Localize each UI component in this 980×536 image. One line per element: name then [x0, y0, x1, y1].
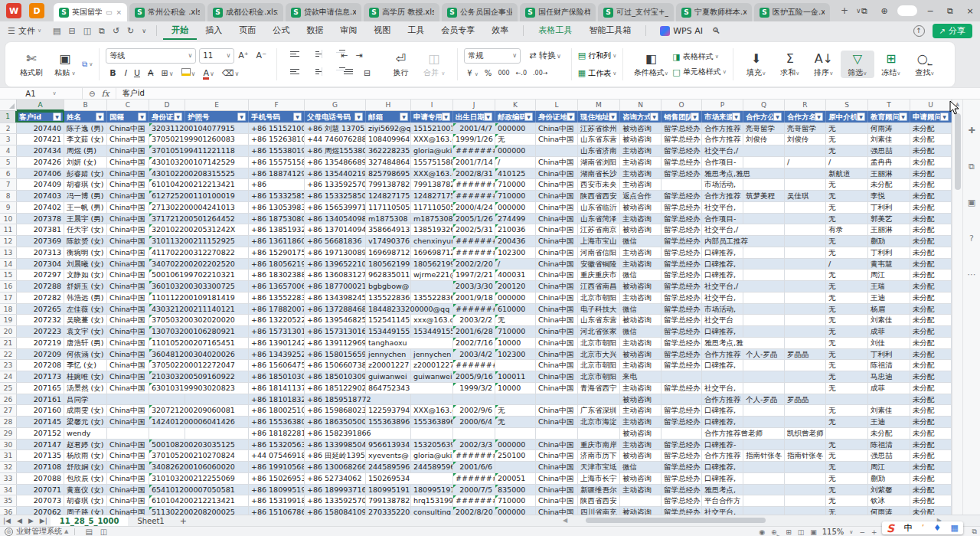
- cell-N29[interactable]: 被动咨询: [620, 428, 662, 439]
- cell-S18[interactable]: 无: [826, 304, 868, 315]
- cell-A20[interactable]: 207223: [17, 326, 64, 337]
- cell-R24[interactable]: [785, 371, 826, 382]
- cell-I31[interactable]: gloria@uki: [411, 450, 453, 461]
- filter-dropdown-icon[interactable]: ▼: [293, 113, 302, 121]
- cell-R29[interactable]: 凯织曾老师: [785, 428, 826, 439]
- cell-K19[interactable]: 无: [495, 315, 536, 325]
- cell-I13[interactable]: 169698712: [411, 247, 453, 258]
- cell-A27[interactable]: 207160: [17, 405, 64, 416]
- menu-data[interactable]: 数据: [298, 21, 332, 40]
- document-tab[interactable]: S国任财产保险样本.xlsx: [520, 3, 596, 21]
- name-box[interactable]: A1∨: [0, 87, 83, 100]
- ime-punct-icon[interactable]: ’: [922, 523, 925, 533]
- cell-L31[interactable]: China中国: [536, 450, 578, 461]
- cell-I20[interactable]: 153449155: [411, 326, 453, 337]
- cell-U6[interactable]: 未分配: [910, 168, 952, 179]
- cell-C15[interactable]: China中国: [107, 270, 149, 280]
- column-header-H[interactable]: H: [366, 100, 411, 111]
- cell-S31[interactable]: 无: [826, 450, 868, 461]
- cell-H17[interactable]: 135522836: [366, 293, 411, 303]
- header-cell-N1[interactable]: 咨询方式▼: [620, 111, 662, 123]
- row-header-33[interactable]: 33: [0, 473, 17, 484]
- cell-R12[interactable]: [785, 236, 826, 247]
- cell-A24[interactable]: 207173: [17, 371, 64, 382]
- cell-R7[interactable]: [785, 179, 826, 190]
- column-header-A[interactable]: A: [17, 100, 64, 111]
- convert-button[interactable]: ⇄ 转换∨: [525, 48, 565, 64]
- cell-D6[interactable]: 430102200208315525: [149, 168, 185, 179]
- cell-L9[interactable]: China中国: [536, 202, 578, 213]
- cell-G11[interactable]: +86 1370140948: [305, 224, 366, 235]
- cell-Q33[interactable]: [743, 473, 785, 484]
- cell-A18[interactable]: 207265: [17, 304, 64, 315]
- cell-T31[interactable]: 强思喆: [868, 450, 910, 461]
- cell-J24[interactable]: 2005/9/16: [453, 371, 495, 382]
- currency-format-button[interactable]: ¥ ∨: [464, 69, 482, 77]
- cell-J33[interactable]: ########: [453, 473, 495, 484]
- cell-F23[interactable]: +86 15606475: [249, 360, 305, 371]
- cell-K7[interactable]: 710000: [495, 179, 536, 190]
- cell-C4[interactable]: China中国: [107, 145, 149, 156]
- cell-K21[interactable]: 10000: [495, 338, 536, 348]
- conditional-format-button[interactable]: ◧ 条件格式∨: [629, 51, 672, 78]
- cell-T13[interactable]: 丁利利: [868, 247, 910, 258]
- cell-A8[interactable]: 207403: [17, 191, 64, 201]
- filter-dropdown-icon[interactable]: ▼: [940, 113, 949, 121]
- rows-cols-button[interactable]: ▤行和列∨: [578, 47, 617, 64]
- cell-S7[interactable]: 无: [826, 179, 868, 190]
- cell-C7[interactable]: China中国: [107, 179, 149, 190]
- percent-format-button[interactable]: %: [482, 69, 495, 77]
- cell-P34[interactable]: 雅思考点,: [702, 485, 743, 495]
- cell-I15[interactable]: wjrme221@: [411, 270, 453, 280]
- cell-P32[interactable]: 口碑推荐,: [702, 462, 743, 472]
- cell-I2[interactable]: 151521001: [411, 123, 453, 134]
- cell-R27[interactable]: [785, 405, 826, 416]
- cell-G19[interactable]: +86 1395468251: [305, 315, 366, 325]
- cell-G14[interactable]: +86 1396522100: [305, 259, 366, 270]
- cell-Q35[interactable]: [743, 495, 785, 506]
- filter-dropdown-icon[interactable]: ▼: [567, 113, 575, 121]
- cell-U33[interactable]: 未分配: [910, 473, 952, 484]
- cell-L26[interactable]: [536, 394, 578, 405]
- cell-H8[interactable]: 124827175: [366, 191, 411, 201]
- cell-B14[interactable]: 刘晨曦 (女): [64, 259, 107, 270]
- cell-G34[interactable]: +86 1899937166: [305, 485, 366, 495]
- cell-J18[interactable]: ########: [453, 304, 495, 315]
- cell-D14[interactable]: 340702200202202520: [149, 259, 185, 270]
- cell-O7[interactable]: [662, 179, 702, 190]
- increase-font-icon[interactable]: A⁺: [234, 48, 252, 64]
- cell-L27[interactable]: China中国: [536, 405, 578, 416]
- cell-A35[interactable]: 207073: [17, 495, 64, 506]
- cell-G8[interactable]: +86 1533258500: [305, 191, 366, 201]
- cell-I28[interactable]: 155363896: [411, 417, 453, 427]
- cell-O28[interactable]: 留学总经办: [662, 417, 702, 427]
- cell-B28[interactable]: 梁馨元 (女): [64, 417, 107, 427]
- row-header-23[interactable]: 23: [0, 360, 17, 371]
- cell-C5[interactable]: China中国: [107, 157, 149, 168]
- cell-F15[interactable]: +86 18302388: [249, 270, 305, 280]
- cell-A15[interactable]: 207297: [17, 270, 64, 280]
- cell-A23[interactable]: 207208: [17, 360, 64, 371]
- cell-R30[interactable]: [785, 440, 826, 450]
- sort-button[interactable]: A↓ 排序∨: [807, 51, 841, 78]
- vertical-scroll-thumb[interactable]: [955, 113, 961, 190]
- row-header-30[interactable]: 30: [0, 440, 17, 450]
- print-icon[interactable]: ⊟: [68, 26, 75, 36]
- cell-R2[interactable]: 亮哥留学: [785, 123, 826, 134]
- filter-dropdown-icon[interactable]: ▼: [400, 113, 408, 121]
- cell-U12[interactable]: 未分配: [910, 236, 952, 247]
- sheet-tab-sheet1[interactable]: Sheet1: [128, 515, 173, 527]
- cell-T23[interactable]: 陈祖清: [868, 360, 910, 371]
- cell-I19[interactable]: xxx@163.c: [411, 315, 453, 325]
- cell-H3[interactable]: 108409964: [366, 134, 411, 145]
- cell-D30[interactable]: 500108200203035125: [149, 440, 185, 450]
- new-tab-button[interactable]: +: [841, 5, 848, 16]
- cell-Q11[interactable]: [743, 224, 785, 235]
- cell-D22[interactable]: 360481200304020026: [149, 349, 185, 360]
- cell-F24[interactable]: +86 18501030: [249, 371, 305, 382]
- cell-O29[interactable]: [662, 428, 702, 439]
- cell-U14[interactable]: 未分配: [910, 259, 952, 270]
- cell-O14[interactable]: 留学总经办: [662, 259, 702, 270]
- filter-dropdown-icon[interactable]: ▼: [237, 113, 246, 121]
- row-header-18[interactable]: 18: [0, 304, 17, 315]
